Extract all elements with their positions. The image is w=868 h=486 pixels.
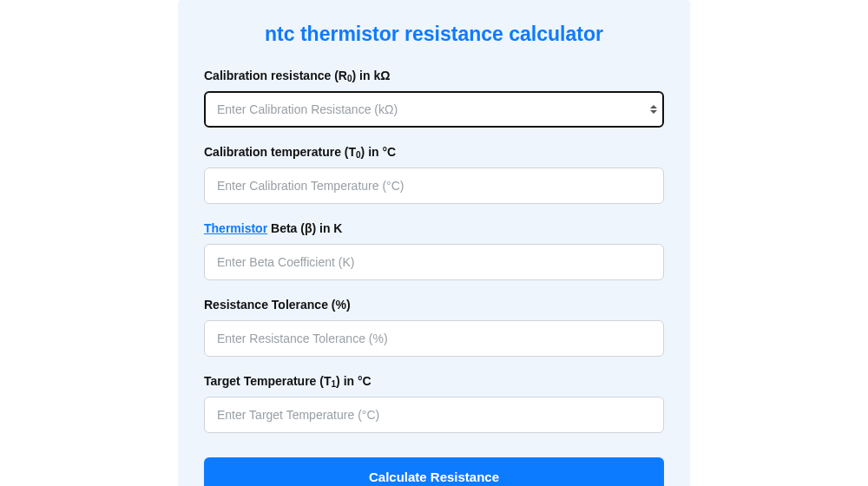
label-beta: Thermistor Beta (β) in K xyxy=(204,221,664,235)
chevron-down-icon xyxy=(650,110,657,114)
target-temperature-input[interactable] xyxy=(204,397,664,433)
tolerance-input[interactable] xyxy=(204,320,664,357)
label-tolerance: Resistance Tolerance (%) xyxy=(204,298,664,312)
input-wrap xyxy=(204,244,664,280)
label-calibration-temperature: Calibration temperature (T0) in °C xyxy=(204,145,664,159)
calibration-resistance-input[interactable] xyxy=(204,91,664,128)
thermistor-link[interactable]: Thermistor xyxy=(204,221,267,235)
calculator-panel: ntc thermistor resistance calculator Cal… xyxy=(178,0,690,486)
calculate-button[interactable]: Calculate Resistance xyxy=(204,457,664,486)
number-stepper[interactable] xyxy=(650,105,657,114)
input-wrap xyxy=(204,397,664,433)
page-title: ntc thermistor resistance calculator xyxy=(204,23,664,46)
input-wrap xyxy=(204,167,664,204)
field-calibration-resistance: Calibration resistance (R0) in kΩ xyxy=(204,69,664,128)
beta-input[interactable] xyxy=(204,244,664,280)
field-target-temperature: Target Temperature (T1) in °C xyxy=(204,374,664,433)
label-target-temperature: Target Temperature (T1) in °C xyxy=(204,374,664,388)
chevron-up-icon xyxy=(650,105,657,108)
field-calibration-temperature: Calibration temperature (T0) in °C xyxy=(204,145,664,204)
field-tolerance: Resistance Tolerance (%) xyxy=(204,298,664,357)
input-wrap xyxy=(204,91,664,128)
calibration-temperature-input[interactable] xyxy=(204,167,664,204)
label-calibration-resistance: Calibration resistance (R0) in kΩ xyxy=(204,69,664,82)
field-beta: Thermistor Beta (β) in K xyxy=(204,221,664,280)
input-wrap xyxy=(204,320,664,357)
